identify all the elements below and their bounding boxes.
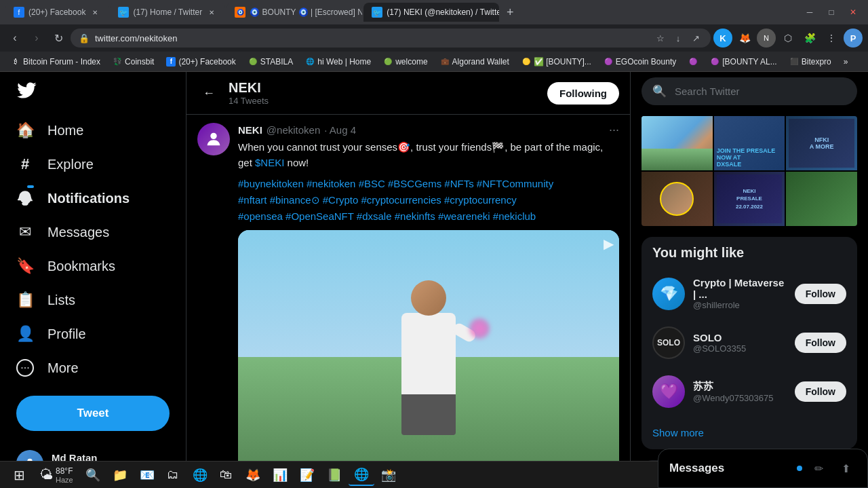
minimize-button[interactable]: ─	[800, 3, 819, 22]
follow-item-susu[interactable]: 💜 苏苏 @Wendy075303675 Follow	[642, 367, 857, 416]
tweet-text: When you cannot trust your senses🎯, trus…	[238, 140, 619, 170]
bookmark-bounty[interactable]: 🟡 ✅ [BOUNTY]...	[516, 56, 597, 68]
follow-button-susu[interactable]: Follow	[795, 381, 846, 402]
media-cell-6[interactable]	[786, 172, 857, 226]
left-sidebar: 🏠 Home # Explore Notifications ✉ Message…	[0, 72, 186, 461]
search-input[interactable]	[675, 86, 846, 97]
menu-icon[interactable]: ⋮	[822, 29, 841, 48]
tab-twitter-home[interactable]: 🐦 (17) Home / Twitter ✕	[110, 3, 225, 22]
extensions-icon[interactable]: 🧩	[800, 29, 819, 48]
close-window-button[interactable]: ✕	[844, 3, 863, 22]
taskbar-excel[interactable]: 📊	[267, 464, 293, 486]
sidebar-item-profile[interactable]: 👤 Profile	[8, 317, 178, 351]
search-bar[interactable]: 🔍	[642, 77, 857, 105]
profile-circle[interactable]: P	[844, 29, 863, 48]
tweet-content: NEKI @nekitoken · Aug 4 ··· When you can…	[238, 123, 619, 461]
follow-button-crypto[interactable]: Follow	[795, 284, 846, 304]
explore-icon: #	[16, 155, 34, 173]
media-cell-5[interactable]: NEKIPRESALE22.07.2022	[714, 172, 785, 226]
bookmark-ext9[interactable]: 🟣	[683, 56, 703, 68]
following-button[interactable]: Following	[547, 82, 619, 105]
new-message-button[interactable]: ✏	[808, 457, 829, 479]
follow-name-crypto: Crypto | Metaverse | ...	[693, 277, 787, 300]
messages-panel[interactable]: Messages ✏ ⬆	[658, 449, 868, 488]
bookmark-bounty-al[interactable]: 🟣 [BOUNTY AL...	[705, 56, 782, 68]
bookmark-bitexpro[interactable]: ⬛ Bitexpro	[784, 56, 837, 68]
share-address-icon[interactable]: ↗	[689, 31, 703, 45]
ext3-icon[interactable]: ⬡	[778, 29, 797, 48]
media-cell-1[interactable]	[642, 116, 713, 170]
you-might-like-title: You might like	[642, 237, 857, 269]
bookmark-facebook[interactable]: f (20+) Facebook	[161, 56, 241, 68]
store-icon: 🛍	[220, 468, 232, 482]
tab-facebook[interactable]: f (20+) Facebook ✕	[5, 3, 108, 22]
twitter-logo[interactable]	[8, 72, 178, 111]
media-cell-2[interactable]: JOIN THE PRESALENOW ATDXSALE	[714, 116, 785, 170]
new-tab-button[interactable]: +	[500, 3, 519, 22]
media-cell-4[interactable]	[642, 172, 713, 226]
sidebar-item-lists[interactable]: 📋 Lists	[8, 283, 178, 317]
taskbar-photos[interactable]: 📸	[376, 464, 401, 486]
bitexpro-favicon: ⬛	[789, 57, 799, 67]
bookmark-algorand[interactable]: 💼 Algorand Wallet	[435, 56, 515, 68]
bounty-bm-favicon: 🟡	[521, 57, 531, 67]
taskbar-taskview[interactable]: 🗂	[161, 464, 186, 486]
reload-button[interactable]: ↻	[49, 29, 68, 48]
taskbar-mail[interactable]: 📧	[134, 464, 160, 486]
taskbar-store[interactable]: 🛍	[214, 464, 239, 486]
taskbar-edge[interactable]: 🌐	[187, 464, 213, 486]
bookmark-welcome[interactable]: 🟢 welcome	[378, 56, 433, 68]
show-more-button[interactable]: Show more	[642, 416, 857, 449]
tab-neki-active[interactable]: 🐦 (17) NEKI (@nekitoken) / Twitter ✕	[363, 3, 499, 22]
taskbar-search[interactable]: 🔍	[80, 464, 106, 486]
sidebar-item-more[interactable]: ··· More	[8, 351, 178, 385]
bookmark-star-icon[interactable]: ☆	[654, 31, 667, 45]
twitter-ext-icon[interactable]: K	[713, 29, 732, 48]
bookmark-coinsbit[interactable]: 💱 Coinsbit	[107, 56, 159, 68]
taskbar-firefox[interactable]: 🦊	[240, 464, 266, 486]
ext2-icon[interactable]: N	[757, 29, 776, 48]
tweet-handle: @nekitoken	[267, 124, 320, 136]
metamask-icon[interactable]: 🦊	[735, 29, 754, 48]
follow-name-susu: 苏苏	[693, 380, 787, 393]
tab-bounty[interactable]: 🧿 🧿 BOUNTY 🧿 | [Escrowed] NEK... ✕	[226, 3, 362, 22]
taskbar-file-explorer[interactable]: 📁	[107, 464, 133, 486]
algorand-favicon: 💼	[440, 57, 450, 67]
more-icon: ···	[16, 359, 34, 377]
sidebar-item-home[interactable]: 🏠 Home	[8, 113, 178, 147]
media-cell-3[interactable]: NFKIA MORE	[786, 116, 857, 170]
tweet-time: · Aug 4	[324, 124, 356, 136]
bookmark-bitcoin-forum[interactable]: ₿ Bitcoin Forum - Index	[5, 56, 106, 68]
bookmark-stabila[interactable]: 🟢 STABILA	[243, 56, 298, 68]
sidebar-item-explore[interactable]: # Explore	[8, 147, 178, 181]
tab-twitter-home-close[interactable]: ✕	[206, 7, 217, 18]
start-button[interactable]: ⊞	[5, 464, 33, 486]
bookmarks-more[interactable]: »	[838, 56, 854, 68]
sidebar-item-notifications[interactable]: Notifications	[8, 181, 178, 215]
address-bar[interactable]: 🔒 twitter.com/nekitoken ☆ ↓ ↗	[71, 29, 711, 48]
follow-item-solo[interactable]: SOLO SOLO @SOLO3355 Follow	[642, 318, 857, 367]
follow-item-crypto[interactable]: 💎 Crypto | Metaverse | ... @shillerrole …	[642, 269, 857, 318]
download-icon[interactable]: ↓	[671, 31, 685, 45]
tweet-media[interactable]: ▶ 0:08 1,130 views	[238, 230, 619, 461]
bookmark-egocoin[interactable]: 🟣 EGOcoin Bounty	[598, 56, 682, 68]
sidebar-item-bookmarks[interactable]: 🔖 Bookmarks	[8, 249, 178, 283]
expand-messages-button[interactable]: ⬆	[835, 457, 856, 479]
taskbar-chrome[interactable]: 🌐	[349, 464, 374, 486]
forward-button[interactable]: ›	[27, 29, 46, 48]
bookmark-hiweb[interactable]: 🌐 hi Web | Home	[300, 56, 376, 68]
maximize-button[interactable]: □	[822, 3, 841, 22]
messages-header[interactable]: Messages ✏ ⬆	[658, 449, 867, 487]
taskbar-excel2[interactable]: 📗	[321, 464, 347, 486]
tweet-menu-button[interactable]: ···	[609, 123, 619, 137]
svg-point-1	[210, 133, 216, 139]
back-arrow-button[interactable]: ←	[197, 81, 220, 105]
sidebar-user[interactable]: Md Ratan @Ratan56930732 ···	[8, 442, 178, 461]
tab-facebook-close[interactable]: ✕	[90, 7, 100, 18]
follow-button-solo[interactable]: Follow	[795, 333, 846, 353]
tweet-button[interactable]: Tweet	[16, 396, 170, 431]
sidebar-item-messages[interactable]: ✉ Messages	[8, 215, 178, 249]
tweet-video-player[interactable]: ▶	[238, 230, 619, 461]
back-button[interactable]: ‹	[5, 29, 24, 48]
taskbar-word[interactable]: 📝	[294, 464, 320, 486]
